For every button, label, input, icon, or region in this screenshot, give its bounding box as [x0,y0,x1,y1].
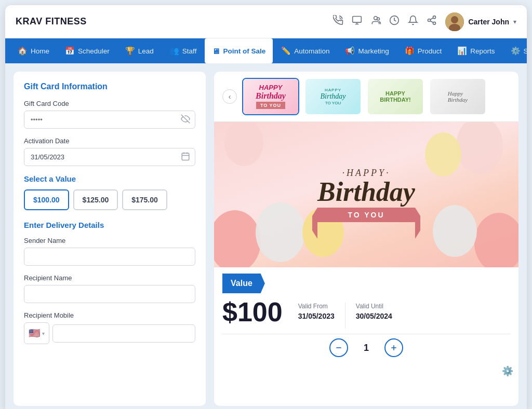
nav-item-automation[interactable]: ✏️ Automation [274,38,337,63]
thumb-container: HAPPY Birthday TO YOU HAPPY Birthday TO … [242,78,510,115]
svg-rect-0 [353,17,362,23]
sender-name-label: Sender Name [24,237,195,244]
user-name: Carter John [468,18,509,26]
setup-icon: ⚙️ [511,46,521,56]
marketing-icon: 📢 [345,46,355,56]
flag-chevron: ▾ [42,331,45,336]
recipient-name-label: Recipient Name [24,274,195,282]
nav-label-product: Product [418,47,442,55]
user-icon[interactable] [370,15,381,28]
value-btn-175[interactable]: $175.00 [122,189,167,210]
valid-until-label: Valid Until [356,303,392,310]
gift-card-code-wrapper [24,111,195,129]
nav-label-pos: Point of Sale [223,47,265,55]
gift-card-code-input[interactable] [24,111,195,129]
settings-corner-icon[interactable]: ⚙️ [502,365,513,377]
gift-card-code-group: Gift Card Code [24,100,195,129]
share-icon[interactable] [427,15,437,28]
nav-item-pos[interactable]: 🖥 Point of Sale [205,38,273,63]
eye-slash-icon[interactable] [181,114,190,126]
svg-point-10 [451,16,458,23]
svg-rect-13 [182,153,189,160]
app-logo: KRAV FITNESS [16,16,87,27]
valid-from-col: Valid From 31/05/2023 [298,303,335,320]
phone-icon[interactable] [333,15,343,28]
nav-label-staff: Staff [182,47,197,55]
valid-from-label: Valid From [298,303,335,310]
activation-date-label: Activation Date [24,137,195,145]
avatar [445,12,464,31]
select-value-title: Select a Value [24,174,195,183]
increase-qty-button[interactable] [384,338,403,357]
staff-icon: 👥 [169,46,179,56]
nav-label-automation: Automation [294,47,329,55]
value-btn-100[interactable]: $100.00 [24,189,69,210]
team-icon[interactable] [352,15,362,28]
thumb-card-4[interactable]: HappyBirthday [429,78,486,115]
delivery-title: Enter Delivery Details [24,221,195,229]
activation-date-input[interactable] [24,148,195,166]
pos-icon: 🖥 [212,47,220,56]
recipient-mobile-input[interactable] [52,324,195,343]
bell-icon[interactable] [408,15,418,28]
clock-icon[interactable] [389,15,400,28]
amount-display: $100 [222,298,283,325]
card-thumbnails-bar: ‹ HAPPY Birthday TO YOU HAPPY [214,72,518,122]
user-avatar-area[interactable]: Carter John ▾ [445,12,516,31]
scheduler-icon: 📅 [65,46,75,56]
date-divider [345,303,345,329]
prev-thumb-button[interactable]: ‹ [222,89,237,104]
flag-select[interactable]: 🇺🇸 ▾ [24,322,49,344]
birthday-card-text: ·HAPPY· Birthday TO YOU [317,168,415,222]
main-content: Gift Card Information Gift Card Code [5,63,527,409]
nav-item-home[interactable]: 🏠 Home [10,38,57,63]
decrease-qty-button[interactable] [329,338,348,357]
valid-until-col: Valid Until 30/05/2024 [356,303,392,320]
svg-point-4 [433,16,436,19]
sender-name-input[interactable] [24,248,195,266]
valid-from-value: 31/05/2023 [298,312,335,320]
value-options: $100.00 $125.00 $175.00 [24,189,195,210]
nav-label-marketing: Marketing [358,47,389,55]
top-bar: KRAV FITNESS [5,5,527,38]
recipient-mobile-group: Recipient Mobile 🇺🇸 ▾ [24,311,195,344]
recipient-name-input[interactable] [24,285,195,303]
nav-item-lead[interactable]: 🏆 Lead [118,38,161,63]
svg-point-5 [428,19,431,22]
thumb-card-3[interactable]: HAPPYBIRTHDAY! [367,78,424,115]
quantity-value: 1 [358,343,374,353]
nav-item-staff[interactable]: 👥 Staff [162,38,204,63]
nav-item-scheduler[interactable]: 📅 Scheduler [58,38,117,63]
nav-item-product[interactable]: 🎁 Product [397,38,449,63]
activation-date-group: Activation Date [24,137,195,166]
card-image-container: ·HAPPY· Birthday TO YOU [214,122,518,267]
sender-name-group: Sender Name [24,237,195,266]
flag-phone-wrapper: 🇺🇸 ▾ [24,322,195,344]
flag-emoji: 🇺🇸 [29,328,40,339]
value-btn-125[interactable]: $125.00 [73,189,118,210]
gift-card-section-title: Gift Card Information [24,82,195,91]
date-info: Valid From 31/05/2023 Valid Until 30/05/… [298,298,392,329]
thumb-card-2[interactable]: HAPPY Birthday TO YOU [304,78,362,115]
nav-bar: 🏠 Home 📅 Scheduler 🏆 Lead 👥 Staff 🖥 Poin… [5,38,527,63]
birthday-card-preview: ·HAPPY· Birthday TO YOU [214,122,518,267]
select-value-group: Select a Value $100.00 $125.00 $175.00 [24,174,195,210]
nav-label-setup: Setup [524,47,527,55]
value-section: Value $100 Valid From 31/05/2023 [214,267,518,361]
svg-point-2 [377,18,380,20]
nav-item-marketing[interactable]: 📢 Marketing [338,38,396,63]
nav-item-reports[interactable]: 📊 Reports [450,38,502,63]
chevron-down-icon: ▾ [513,18,516,25]
recipient-name-group: Recipient Name [24,274,195,303]
activation-date-wrapper [24,148,195,166]
calendar-icon[interactable] [181,152,190,163]
thumb-card-1[interactable]: HAPPY Birthday TO YOU [242,78,299,115]
recipient-mobile-label: Recipient Mobile [24,311,195,319]
card-details-row: $100 Valid From 31/05/2023 Valid Until 3… [222,298,510,329]
gift-card-code-label: Gift Card Code [24,100,195,107]
automation-icon: ✏️ [281,46,291,56]
value-banner: Value [222,274,265,293]
lead-icon: 🏆 [125,46,135,56]
nav-label-scheduler: Scheduler [78,47,110,55]
nav-item-setup[interactable]: ⚙️ Setup [503,38,527,63]
